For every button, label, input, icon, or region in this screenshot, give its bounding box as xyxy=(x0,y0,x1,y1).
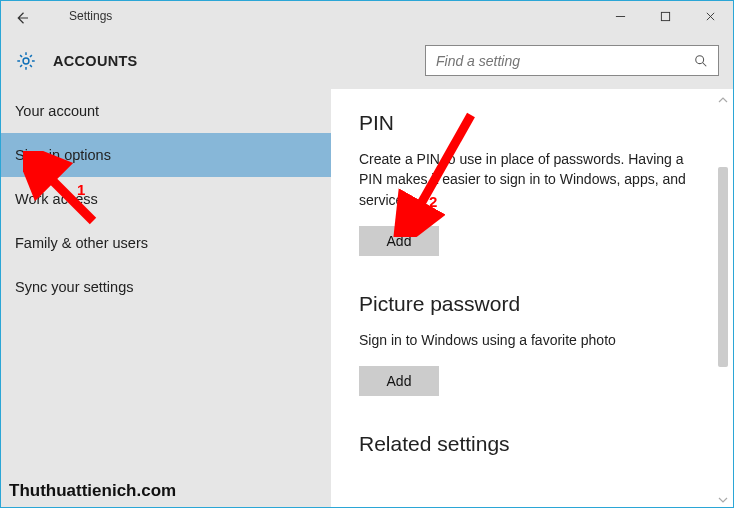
section-desc-pin: Create a PIN to use in place of password… xyxy=(359,149,705,210)
window-title: Settings xyxy=(69,9,112,23)
sidebar-item-your-account[interactable]: Your account xyxy=(1,89,331,133)
sidebar-item-family-other-users[interactable]: Family & other users xyxy=(1,221,331,265)
section-desc-picture-password: Sign in to Windows using a favorite phot… xyxy=(359,330,705,350)
sidebar-item-sync-your-settings[interactable]: Sync your settings xyxy=(1,265,331,309)
add-pin-button[interactable]: Add xyxy=(359,226,439,256)
sidebar-item-label: Sign-in options xyxy=(15,147,111,163)
sidebar-item-sign-in-options[interactable]: Sign-in options xyxy=(1,133,331,177)
scroll-down-icon[interactable] xyxy=(718,491,728,501)
sidebar-item-label: Work access xyxy=(15,191,98,207)
maximize-button[interactable] xyxy=(643,1,688,31)
sidebar: Your account Sign-in options Work access… xyxy=(1,89,331,507)
svg-line-4 xyxy=(703,62,707,66)
svg-rect-1 xyxy=(661,12,669,20)
sidebar-item-label: Sync your settings xyxy=(15,279,133,295)
sidebar-item-label: Your account xyxy=(15,103,99,119)
scrollbar[interactable] xyxy=(717,89,729,503)
sidebar-item-work-access[interactable]: Work access xyxy=(1,177,331,221)
close-button[interactable] xyxy=(688,1,733,31)
gear-icon xyxy=(15,50,37,72)
content-pane: PIN Create a PIN to use in place of pass… xyxy=(331,89,733,507)
section-heading-pin: PIN xyxy=(359,111,705,135)
search-input[interactable] xyxy=(436,53,694,69)
svg-point-2 xyxy=(23,58,29,64)
search-box[interactable] xyxy=(425,45,719,76)
category-title: ACCOUNTS xyxy=(53,53,138,69)
watermark: Thuthuattienich.com xyxy=(9,481,176,501)
minimize-button[interactable] xyxy=(598,1,643,31)
scroll-up-icon[interactable] xyxy=(718,91,728,101)
titlebar: Settings xyxy=(1,1,733,33)
section-heading-picture-password: Picture password xyxy=(359,292,705,316)
back-button[interactable] xyxy=(13,9,31,27)
scroll-thumb[interactable] xyxy=(718,167,728,367)
search-icon xyxy=(694,54,708,68)
sidebar-item-label: Family & other users xyxy=(15,235,148,251)
svg-point-3 xyxy=(696,55,704,63)
window-controls xyxy=(598,1,733,33)
add-picture-password-button[interactable]: Add xyxy=(359,366,439,396)
section-heading-related-settings: Related settings xyxy=(359,432,705,456)
header-row: ACCOUNTS xyxy=(1,33,733,89)
